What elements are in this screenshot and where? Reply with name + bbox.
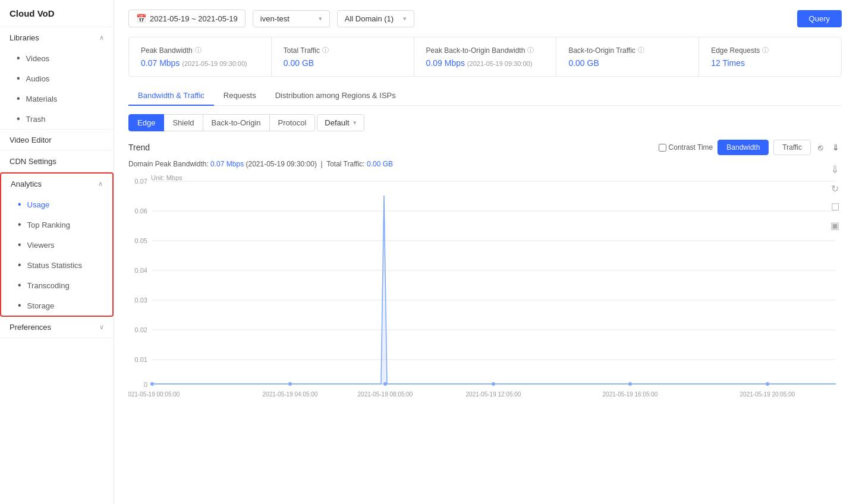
svg-text:0.05: 0.05 [135, 237, 147, 244]
svg-text:0: 0 [144, 381, 147, 388]
bandwidth-chart: 0.07 0.06 0.05 0.04 0.03 0.02 0.01 0 Uni… [128, 173, 842, 405]
subtab-back-to-origin[interactable]: Back-to-Origin [203, 114, 270, 131]
peak-back-origin-label: Peak Back-to-Origin Bandwidth ⓘ [426, 46, 545, 55]
svg-text:0.01: 0.01 [135, 356, 147, 363]
expand-chart-icon[interactable]: ☐ [831, 201, 839, 213]
download-chart-icon[interactable]: ⇓ [830, 163, 839, 176]
svg-point-20 [288, 382, 292, 386]
preferences-label: Preferences [10, 323, 51, 332]
compress-chart-icon[interactable]: ▣ [830, 220, 839, 231]
svg-text:0.07: 0.07 [135, 178, 147, 185]
domain-peak-time: (2021-05-19 09:30:00) [246, 160, 316, 168]
cdn-settings-item[interactable]: CDN Settings [0, 151, 114, 172]
total-traffic-label: Total Traffic ⓘ [284, 46, 402, 55]
back-origin-traffic-value: 0.00 GB [568, 58, 687, 68]
contrast-time-checkbox[interactable] [659, 144, 666, 152]
all-domain-arrow: ▾ [403, 15, 407, 23]
edge-requests-help-icon[interactable]: ⓘ [762, 46, 769, 55]
cdn-settings-section: CDN Settings [0, 151, 114, 172]
domain-select-value: iven-test [260, 14, 289, 23]
query-button[interactable]: Query [797, 10, 842, 27]
peak-back-origin-value: 0.09 Mbps (2021-05-19 09:30:00) [426, 58, 545, 68]
traffic-toggle-button[interactable]: Traffic [773, 140, 811, 155]
sidebar-item-audios[interactable]: Audios [0, 68, 114, 89]
edge-requests-label: Edge Requests ⓘ [711, 46, 829, 55]
peak-bandwidth-help-icon[interactable]: ⓘ [195, 46, 202, 55]
sidebar-item-viewers[interactable]: Viewers [1, 235, 112, 255]
svg-point-23 [628, 382, 632, 386]
sidebar-item-materials[interactable]: Materials [0, 89, 114, 109]
date-range-value: 2021-05-19 ~ 2021-05-19 [150, 14, 238, 23]
analytics-label: Analytics [11, 179, 42, 188]
svg-point-19 [150, 382, 154, 386]
video-editor-item[interactable]: Video Editor [0, 130, 114, 150]
contrast-time-checkbox-label[interactable]: Contrast Time [659, 143, 713, 152]
svg-text:0.06: 0.06 [135, 207, 147, 215]
edge-requests-value: 12 Times [711, 58, 829, 68]
contrast-time-label: Contrast Time [669, 143, 713, 152]
svg-text:0.04: 0.04 [135, 267, 147, 274]
chart-download-icon[interactable]: ⇓ [830, 140, 842, 155]
sidebar-item-videos[interactable]: Videos [0, 48, 114, 68]
svg-text:2021-05-19 20:05:00: 2021-05-19 20:05:00 [740, 391, 795, 398]
sidebar: Cloud VoD Libraries ∧ Videos Audios Mate… [0, 0, 114, 504]
svg-text:0.03: 0.03 [135, 297, 147, 304]
total-traffic-chart-value: 0.00 GB [367, 160, 393, 168]
domain-select-arrow: ▾ [319, 15, 322, 23]
domain-peak-label: Domain Peak Bandwidth: [128, 160, 209, 168]
peak-bandwidth-time: (2021-05-19 09:30:00) [182, 60, 247, 67]
preferences-header[interactable]: Preferences ∨ [0, 317, 114, 338]
sidebar-item-usage[interactable]: Usage [1, 194, 112, 215]
subtab-shield[interactable]: Shield [163, 114, 203, 131]
date-picker[interactable]: 📅 2021-05-19 ~ 2021-05-19 [128, 10, 246, 27]
peak-bandwidth-label: Peak Bandwidth ⓘ [141, 46, 259, 55]
chart-title: Trend [128, 143, 150, 152]
chart-info: Domain Peak Bandwidth: 0.07 Mbps (2021-0… [128, 160, 842, 168]
default-select[interactable]: Default ▾ [317, 114, 364, 131]
libraries-header[interactable]: Libraries ∧ [0, 27, 114, 48]
calendar-icon: 📅 [136, 14, 146, 23]
libraries-chevron: ∧ [99, 34, 104, 42]
sidebar-item-top-ranking[interactable]: Top Ranking [1, 215, 112, 235]
app-title: Cloud VoD [0, 0, 114, 27]
total-traffic-card: Total Traffic ⓘ 0.00 GB [272, 37, 414, 76]
sidebar-item-storage[interactable]: Storage [1, 295, 112, 316]
default-select-arrow: ▾ [353, 119, 357, 127]
total-traffic-value: 0.00 GB [284, 58, 402, 68]
svg-point-22 [492, 382, 495, 386]
back-origin-traffic-card: Back-to-Origin Traffic ⓘ 0.00 GB [556, 37, 699, 76]
chart-header: Trend Contrast Time Bandwidth Traffic ⎋ … [128, 140, 842, 155]
svg-text:2021-05-19 12:05:00: 2021-05-19 12:05:00 [466, 391, 521, 398]
filter-bar: 📅 2021-05-19 ~ 2021-05-19 iven-test ▾ Al… [128, 10, 842, 27]
subtab-protocol[interactable]: Protocol [269, 114, 316, 131]
analytics-header[interactable]: Analytics ∧ [1, 174, 112, 194]
tab-bandwidth-traffic[interactable]: Bandwidth & Traffic [128, 86, 214, 106]
chart-line-icon[interactable]: ⎋ [816, 140, 825, 155]
svg-marker-18 [152, 196, 836, 384]
bandwidth-toggle-button[interactable]: Bandwidth [717, 140, 769, 155]
domain-peak-value: 0.07 Mbps [210, 160, 244, 168]
main-content: 📅 2021-05-19 ~ 2021-05-19 iven-test ▾ Al… [114, 0, 856, 504]
refresh-chart-icon[interactable]: ↻ [831, 183, 839, 194]
sidebar-item-status-statistics[interactable]: Status Statistics [1, 255, 112, 275]
back-origin-traffic-label: Back-to-Origin Traffic ⓘ [568, 46, 687, 55]
all-domain-value: All Domain (1) [345, 14, 394, 23]
peak-back-origin-card: Peak Back-to-Origin Bandwidth ⓘ 0.09 Mbp… [414, 37, 557, 76]
tab-distribution[interactable]: Distribution among Regions & ISPs [266, 86, 405, 106]
sidebar-item-trash[interactable]: Trash [0, 109, 114, 129]
sidebar-item-transcoding[interactable]: Transcoding [1, 275, 112, 295]
svg-text:2021-05-19 08:05:00: 2021-05-19 08:05:00 [358, 391, 413, 398]
back-origin-traffic-help-icon[interactable]: ⓘ [638, 46, 644, 55]
chart-right-tools: ⇓ ↻ ☐ ▣ [830, 163, 839, 231]
subtab-edge[interactable]: Edge [128, 114, 164, 131]
domain-select[interactable]: iven-test ▾ [253, 10, 330, 27]
total-traffic-help-icon[interactable]: ⓘ [322, 46, 329, 55]
main-tabs: Bandwidth & Traffic Requests Distributio… [128, 86, 842, 106]
all-domain-select[interactable]: All Domain (1) ▾ [337, 10, 414, 27]
peak-back-origin-help-icon[interactable]: ⓘ [527, 46, 534, 55]
svg-point-24 [766, 382, 769, 386]
analytics-section: Analytics ∧ Usage Top Ranking Viewers St… [0, 172, 114, 317]
libraries-label: Libraries [10, 33, 39, 42]
svg-text:0.02: 0.02 [135, 326, 147, 333]
tab-requests[interactable]: Requests [214, 86, 266, 106]
